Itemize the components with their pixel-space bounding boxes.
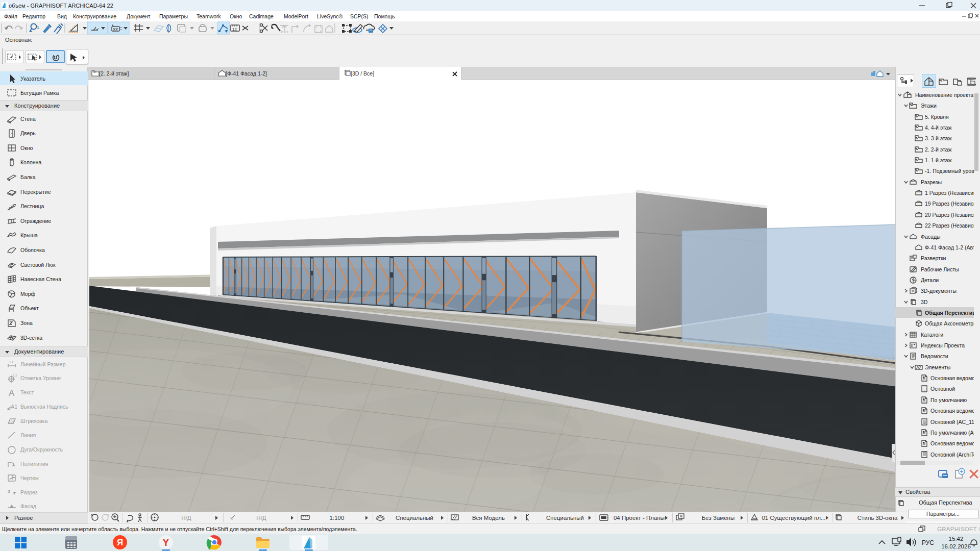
svg-text:12: 12 xyxy=(232,27,237,32)
svg-text:1.2: 1.2 xyxy=(9,361,14,364)
svg-text:A: A xyxy=(9,388,15,397)
svg-text:A1: A1 xyxy=(11,404,17,410)
svg-text:Стиль 3D-окна: Стиль 3D-окна xyxy=(857,515,898,521)
svg-text:16.02.2026: 16.02.2026 xyxy=(941,543,971,549)
svg-text:Н/Д: Н/Д xyxy=(256,515,266,521)
svg-text:01 Существующий пл...: 01 Существующий пл... xyxy=(762,515,825,521)
svg-text:Вся Модель: Вся Модель xyxy=(472,515,505,521)
svg-text:04 Проект - Планы: 04 Проект - Планы xyxy=(614,515,665,521)
svg-text:Y: Y xyxy=(162,537,169,548)
svg-text:РУС: РУС xyxy=(922,539,934,546)
svg-text:1: 1 xyxy=(37,25,39,30)
svg-text:Без Замены: Без Замены xyxy=(702,515,734,521)
svg-text:Специальный: Специальный xyxy=(396,515,433,521)
svg-text:1.2: 1.2 xyxy=(13,374,17,377)
svg-text:Я: Я xyxy=(117,538,123,547)
svg-text:Специальный: Специальный xyxy=(546,515,584,521)
svg-text:15:42: 15:42 xyxy=(949,536,964,542)
svg-text:Н/Д: Н/Д xyxy=(181,515,191,521)
svg-text:1:100: 1:100 xyxy=(330,515,345,521)
svg-text:XY: XY xyxy=(113,27,118,32)
